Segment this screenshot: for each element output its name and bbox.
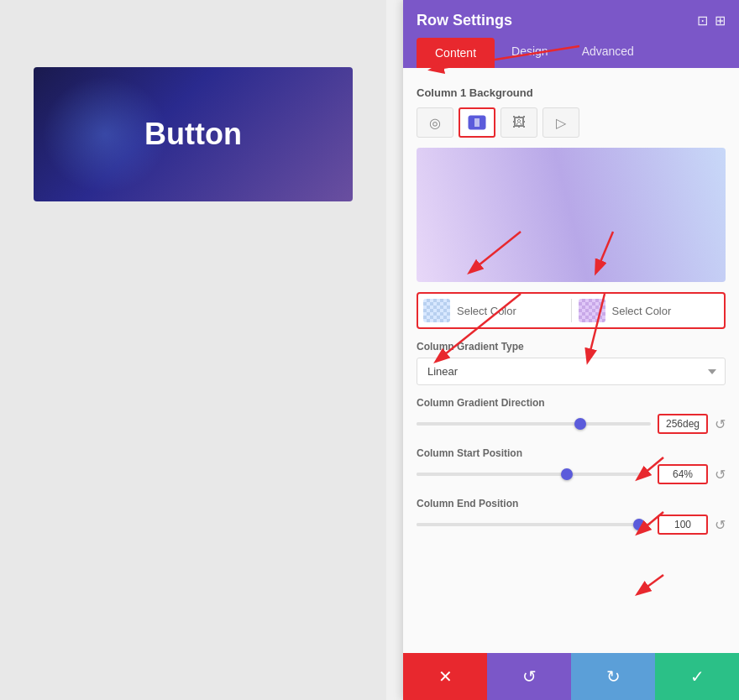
gradient-type-select[interactable]: Linear Radial Conic	[417, 358, 726, 385]
gradient-start-row: Column Start Position 64% ↺	[417, 447, 726, 484]
fullscreen-icon[interactable]: ⊡	[697, 13, 708, 29]
panel-footer: ✕ ↺ ↻ ✓	[403, 653, 739, 700]
preview-area: Button	[0, 0, 386, 700]
column-bg-label: Column 1 Background	[417, 86, 726, 99]
gradient-start-value[interactable]: 64%	[658, 464, 708, 484]
color-selector-2[interactable]: Select Color	[579, 299, 720, 322]
tab-design[interactable]: Design	[495, 38, 565, 68]
gradient-direction-track[interactable]	[417, 422, 651, 426]
gradient-start-thumb[interactable]	[561, 468, 573, 480]
gradient-direction-thumb[interactable]	[574, 418, 586, 430]
video-icon: ▷	[556, 115, 566, 131]
gradient-start-control: 64% ↺	[417, 464, 726, 484]
cancel-button[interactable]: ✕	[403, 653, 487, 700]
bg-type-video[interactable]: ▷	[542, 107, 579, 138]
gradient-start-track[interactable]	[417, 473, 651, 476]
color-divider	[571, 299, 572, 322]
color-swatch-2	[579, 299, 605, 322]
gradient-type-label: Column Gradient Type	[417, 341, 726, 353]
arrows-overlay	[417, 148, 726, 282]
bg-type-image[interactable]: 🖼	[501, 107, 537, 138]
confirm-button[interactable]: ✓	[655, 653, 739, 700]
panel-title-icons: ⊡ ⊞	[697, 13, 726, 29]
gradient-end-label: Column End Position	[417, 498, 726, 509]
gradient-preview	[417, 148, 726, 282]
panel-body: Column 1 Background ◎ 🖼 ▷	[403, 68, 739, 653]
image-icon: 🖼	[512, 115, 526, 130]
none-icon: ◎	[429, 115, 441, 131]
undo-button[interactable]: ↺	[487, 653, 571, 700]
gradient-direction-fill	[417, 422, 580, 426]
gradient-direction-value[interactable]: 256deg	[658, 414, 708, 434]
gradient-end-reset[interactable]: ↺	[715, 517, 726, 533]
tab-advanced[interactable]: Advanced	[565, 38, 651, 68]
color-bg-icon	[468, 115, 486, 130]
gradient-direction-label: Column Gradient Direction	[417, 397, 726, 409]
color-selector-1[interactable]: Select Color	[423, 299, 564, 322]
panel-header: Row Settings ⊡ ⊞ Content Design Advanced	[403, 0, 739, 68]
gradient-end-value[interactable]: 100	[658, 515, 708, 535]
row-settings-panel: Row Settings ⊡ ⊞ Content Design Advanced…	[403, 0, 739, 700]
svg-line-1	[470, 232, 521, 272]
gradient-start-fill	[417, 473, 567, 476]
banner-text: Button	[144, 117, 242, 152]
panel-title-row: Row Settings ⊡ ⊞	[417, 12, 726, 29]
tabs: Content Design Advanced	[417, 38, 726, 68]
redo-button[interactable]: ↻	[571, 653, 655, 700]
gradient-start-label: Column Start Position	[417, 447, 726, 459]
gradient-type-row: Column Gradient Type Linear Radial Conic	[417, 341, 726, 385]
bg-type-none[interactable]: ◎	[417, 107, 453, 138]
gradient-end-fill	[417, 523, 639, 526]
gradient-end-track[interactable]	[417, 523, 651, 526]
svg-line-2	[596, 232, 613, 272]
tab-content[interactable]: Content	[417, 38, 495, 68]
color-selector-2-label: Select Color	[612, 305, 672, 317]
bg-type-color[interactable]	[459, 107, 495, 138]
color-selector-1-label: Select Color	[457, 305, 516, 317]
panel-title: Row Settings	[417, 12, 512, 29]
gradient-direction-row: Column Gradient Direction 256deg ↺	[417, 397, 726, 434]
gradient-end-control: 100 ↺	[417, 515, 726, 535]
gradient-end-row: Column End Position 100 ↺	[417, 498, 726, 535]
gradient-start-reset[interactable]: ↺	[715, 467, 726, 483]
gradient-direction-reset[interactable]: ↺	[715, 416, 726, 432]
color-swatch-1	[423, 299, 450, 322]
color-selectors-row: Select Color Select Color	[417, 292, 726, 329]
gradient-direction-control: 256deg ↺	[417, 414, 726, 434]
gradient-end-thumb[interactable]	[633, 519, 645, 530]
grid-icon[interactable]: ⊞	[715, 13, 726, 29]
preview-banner: Button	[34, 67, 353, 201]
bg-type-row: ◎ 🖼 ▷	[417, 107, 726, 138]
